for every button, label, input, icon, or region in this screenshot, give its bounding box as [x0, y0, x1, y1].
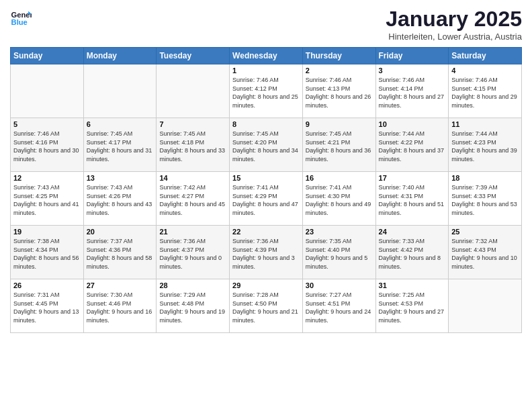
- calendar-cell: 8Sunrise: 7:45 AM Sunset: 4:20 PM Daylig…: [230, 118, 303, 172]
- day-number: 25: [451, 228, 519, 236]
- day-number: 7: [159, 120, 226, 128]
- calendar-cell: 28Sunrise: 7:29 AM Sunset: 4:48 PM Dayli…: [157, 279, 230, 333]
- calendar-cell: 21Sunrise: 7:36 AM Sunset: 4:37 PM Dayli…: [157, 226, 230, 279]
- day-number: 20: [87, 228, 154, 236]
- cell-info: Sunrise: 7:35 AM Sunset: 4:40 PM Dayligh…: [306, 237, 373, 271]
- weekday-header-friday: Friday: [375, 48, 449, 64]
- cell-info: Sunrise: 7:28 AM Sunset: 4:50 PM Dayligh…: [232, 291, 300, 324]
- day-number: 4: [451, 66, 519, 75]
- day-number: 18: [451, 174, 519, 182]
- calendar-cell: 11Sunrise: 7:44 AM Sunset: 4:23 PM Dayli…: [449, 118, 522, 172]
- calendar-cell: 18Sunrise: 7:39 AM Sunset: 4:33 PM Dayli…: [449, 172, 522, 226]
- calendar-cell: 6Sunrise: 7:45 AM Sunset: 4:17 PM Daylig…: [83, 118, 157, 172]
- calendar-cell: 31Sunrise: 7:25 AM Sunset: 4:53 PM Dayli…: [375, 279, 449, 333]
- cell-info: Sunrise: 7:44 AM Sunset: 4:23 PM Dayligh…: [451, 130, 519, 163]
- calendar-cell: 14Sunrise: 7:42 AM Sunset: 4:27 PM Dayli…: [157, 172, 230, 226]
- title-block: January 2025 Hinterleiten, Lower Austria…: [386, 7, 522, 42]
- weekday-header-tuesday: Tuesday: [157, 48, 230, 64]
- calendar-cell: 10Sunrise: 7:44 AM Sunset: 4:22 PM Dayli…: [375, 118, 449, 172]
- cell-info: Sunrise: 7:38 AM Sunset: 4:34 PM Dayligh…: [13, 237, 81, 271]
- cell-info: Sunrise: 7:46 AM Sunset: 4:16 PM Dayligh…: [13, 130, 81, 163]
- day-number: 1: [232, 66, 300, 75]
- week-row-4: 19Sunrise: 7:38 AM Sunset: 4:34 PM Dayli…: [11, 226, 522, 279]
- cell-info: Sunrise: 7:41 AM Sunset: 4:30 PM Dayligh…: [306, 183, 373, 217]
- day-number: 30: [306, 281, 373, 289]
- cell-info: Sunrise: 7:25 AM Sunset: 4:53 PM Dayligh…: [379, 291, 446, 324]
- calendar-cell: [11, 64, 84, 118]
- calendar-cell: 23Sunrise: 7:35 AM Sunset: 4:40 PM Dayli…: [302, 226, 375, 279]
- cell-info: Sunrise: 7:45 AM Sunset: 4:17 PM Dayligh…: [87, 130, 154, 163]
- cell-info: Sunrise: 7:46 AM Sunset: 4:12 PM Dayligh…: [232, 76, 300, 109]
- calendar-cell: 30Sunrise: 7:27 AM Sunset: 4:51 PM Dayli…: [302, 279, 375, 333]
- week-row-5: 26Sunrise: 7:31 AM Sunset: 4:45 PM Dayli…: [11, 279, 522, 333]
- day-number: 31: [379, 281, 446, 289]
- calendar-cell: 22Sunrise: 7:36 AM Sunset: 4:39 PM Dayli…: [230, 226, 303, 279]
- weekday-header-thursday: Thursday: [302, 48, 375, 64]
- cell-info: Sunrise: 7:44 AM Sunset: 4:22 PM Dayligh…: [379, 130, 446, 163]
- cell-info: Sunrise: 7:27 AM Sunset: 4:51 PM Dayligh…: [306, 291, 373, 324]
- day-number: 21: [159, 228, 226, 236]
- cell-info: Sunrise: 7:40 AM Sunset: 4:31 PM Dayligh…: [379, 183, 446, 217]
- day-number: 22: [232, 228, 300, 236]
- calendar-cell: 27Sunrise: 7:30 AM Sunset: 4:46 PM Dayli…: [83, 279, 157, 333]
- weekday-header-sunday: Sunday: [11, 48, 84, 64]
- calendar-cell: 16Sunrise: 7:41 AM Sunset: 4:30 PM Dayli…: [302, 172, 375, 226]
- cell-info: Sunrise: 7:31 AM Sunset: 4:45 PM Dayligh…: [13, 291, 81, 324]
- day-number: 19: [13, 228, 81, 236]
- day-number: 27: [87, 281, 154, 289]
- calendar-cell: [157, 64, 230, 118]
- weekday-header-monday: Monday: [83, 48, 157, 64]
- cell-info: Sunrise: 7:29 AM Sunset: 4:48 PM Dayligh…: [159, 291, 226, 324]
- day-number: 6: [87, 120, 154, 128]
- month-title: January 2025: [386, 7, 522, 32]
- cell-info: Sunrise: 7:46 AM Sunset: 4:13 PM Dayligh…: [306, 76, 373, 109]
- day-number: 14: [159, 174, 226, 182]
- calendar-cell: 20Sunrise: 7:37 AM Sunset: 4:36 PM Dayli…: [83, 226, 157, 279]
- calendar-cell: 19Sunrise: 7:38 AM Sunset: 4:34 PM Dayli…: [11, 226, 84, 279]
- day-number: 28: [159, 281, 226, 289]
- svg-text:Blue: Blue: [11, 18, 28, 26]
- day-number: 9: [306, 120, 373, 128]
- day-number: 15: [232, 174, 300, 182]
- calendar-cell: 7Sunrise: 7:45 AM Sunset: 4:18 PM Daylig…: [157, 118, 230, 172]
- calendar-cell: [83, 64, 157, 118]
- weekday-header-row: SundayMondayTuesdayWednesdayThursdayFrid…: [11, 48, 522, 64]
- calendar-cell: 13Sunrise: 7:43 AM Sunset: 4:26 PM Dayli…: [83, 172, 157, 226]
- calendar-cell: 26Sunrise: 7:31 AM Sunset: 4:45 PM Dayli…: [11, 279, 84, 333]
- day-number: 12: [13, 174, 81, 182]
- cell-info: Sunrise: 7:36 AM Sunset: 4:39 PM Dayligh…: [232, 237, 300, 271]
- calendar-cell: [449, 279, 522, 333]
- day-number: 13: [87, 174, 154, 182]
- cell-info: Sunrise: 7:45 AM Sunset: 4:18 PM Dayligh…: [159, 130, 226, 163]
- day-number: 17: [379, 174, 446, 182]
- cell-info: Sunrise: 7:33 AM Sunset: 4:42 PM Dayligh…: [379, 237, 446, 271]
- day-number: 10: [379, 120, 446, 128]
- cell-info: Sunrise: 7:32 AM Sunset: 4:43 PM Dayligh…: [451, 237, 519, 271]
- logo-icon: General Blue: [10, 7, 32, 28]
- calendar-table: SundayMondayTuesdayWednesdayThursdayFrid…: [10, 47, 522, 333]
- location: Hinterleiten, Lower Austria, Austria: [386, 32, 522, 42]
- cell-info: Sunrise: 7:37 AM Sunset: 4:36 PM Dayligh…: [87, 237, 154, 271]
- calendar-cell: 24Sunrise: 7:33 AM Sunset: 4:42 PM Dayli…: [375, 226, 449, 279]
- weekday-header-saturday: Saturday: [449, 48, 522, 64]
- logo: General Blue: [10, 7, 32, 28]
- day-number: 24: [379, 228, 446, 236]
- day-number: 3: [379, 66, 446, 75]
- cell-info: Sunrise: 7:41 AM Sunset: 4:29 PM Dayligh…: [232, 183, 300, 217]
- cell-info: Sunrise: 7:43 AM Sunset: 4:25 PM Dayligh…: [13, 183, 81, 217]
- day-number: 11: [451, 120, 519, 128]
- week-row-2: 5Sunrise: 7:46 AM Sunset: 4:16 PM Daylig…: [11, 118, 522, 172]
- calendar-page: General Blue January 2025 Hinterleiten, …: [0, 0, 532, 411]
- cell-info: Sunrise: 7:39 AM Sunset: 4:33 PM Dayligh…: [451, 183, 519, 217]
- day-number: 5: [13, 120, 81, 128]
- calendar-cell: 12Sunrise: 7:43 AM Sunset: 4:25 PM Dayli…: [11, 172, 84, 226]
- page-header: General Blue January 2025 Hinterleiten, …: [10, 7, 522, 42]
- calendar-cell: 2Sunrise: 7:46 AM Sunset: 4:13 PM Daylig…: [302, 64, 375, 118]
- calendar-cell: 25Sunrise: 7:32 AM Sunset: 4:43 PM Dayli…: [449, 226, 522, 279]
- cell-info: Sunrise: 7:46 AM Sunset: 4:14 PM Dayligh…: [379, 76, 446, 109]
- cell-info: Sunrise: 7:43 AM Sunset: 4:26 PM Dayligh…: [87, 183, 154, 217]
- day-number: 26: [13, 281, 81, 289]
- calendar-cell: 4Sunrise: 7:46 AM Sunset: 4:15 PM Daylig…: [449, 64, 522, 118]
- weekday-header-wednesday: Wednesday: [230, 48, 303, 64]
- calendar-cell: 15Sunrise: 7:41 AM Sunset: 4:29 PM Dayli…: [230, 172, 303, 226]
